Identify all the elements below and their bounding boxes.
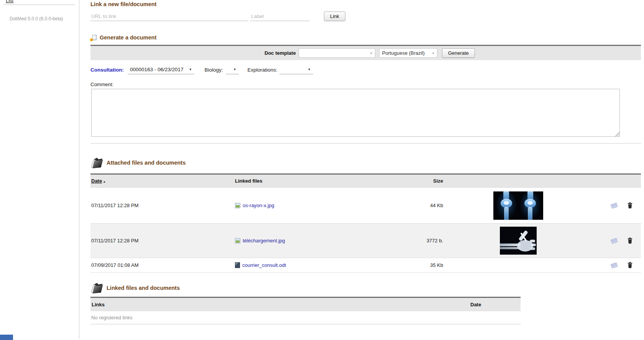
comment-textarea[interactable] (91, 89, 620, 137)
file-link[interactable]: courrier_consult.odt (242, 262, 286, 268)
link-file-section-title: Link a new file/document (90, 1, 641, 8)
app-version-label: DoliMed 5.0.0 (6.0.0-beta) (10, 16, 63, 21)
generate-document-section-title: Generate a document (100, 34, 156, 41)
link-file-form: Link (90, 11, 641, 21)
generate-document-toolbar: Doc template ▾ Portuguese (Brazil) ▾ Gen… (90, 45, 641, 60)
explorations-label: Explorations: (248, 67, 278, 73)
file-date: 07/11/2017 12:28 PM (90, 238, 234, 244)
sort-by-date-link[interactable]: Date (91, 178, 102, 184)
biology-select[interactable]: ▼ (226, 65, 239, 74)
file-link[interactable]: os-rayon-x.jpg (243, 203, 274, 208)
main-content: Link a new file/document Link ✱ Generate… (90, 0, 641, 324)
delete-file-icon[interactable] (628, 262, 632, 268)
resize-grip[interactable] (615, 132, 619, 136)
linked-files-table-header: Links Date (90, 297, 521, 311)
file-date: 07/09/2017 01:08 AM (90, 262, 234, 268)
share-document-icon[interactable] (611, 237, 618, 244)
explorations-select[interactable]: ▼ (279, 65, 313, 74)
size-column-header: Size (388, 178, 443, 184)
chevron-down-icon: ▼ (233, 68, 237, 71)
file-date: 07/11/2017 12:28 PM (90, 203, 234, 208)
knee-xray-thumbnail[interactable] (493, 191, 543, 220)
section-divider (90, 143, 641, 144)
doc-template-label: Doc template (264, 50, 296, 56)
generate-document-icon: ✱ (90, 35, 97, 41)
delete-file-icon[interactable] (628, 237, 632, 244)
linked-files-column-header: Linked files (234, 178, 388, 184)
share-document-icon[interactable] (611, 202, 618, 209)
folder-icon (90, 157, 104, 169)
share-document-icon[interactable] (611, 262, 618, 268)
table-row: 07/11/2017 12:28 PM os-rayon-x.jpg 44 Kb (90, 188, 641, 224)
chevron-down-icon: ▼ (308, 68, 311, 71)
links-column-header: Links (90, 302, 469, 307)
consultation-row: Consultation: 00000163 - 06/23/2017 ▼ Bi… (90, 65, 641, 74)
consultation-label: Consultation: (90, 67, 124, 73)
attached-files-section-title: Attached files and documents (107, 160, 186, 166)
consultation-select[interactable]: 00000163 - 06/23/2017 ▼ (128, 65, 194, 74)
chevron-down-icon: ▼ (189, 68, 192, 71)
image-file-icon (235, 238, 240, 244)
file-size: 35 Kb (388, 262, 443, 268)
attached-files-table-header: Date▲ Linked files Size (90, 173, 641, 188)
sort-asc-icon: ▲ (103, 180, 106, 183)
doc-template-select[interactable]: ▾ (299, 48, 375, 58)
table-row: 07/09/2017 01:08 AM courrier_consult.odt… (90, 258, 641, 273)
link-label-input[interactable] (250, 11, 310, 21)
comment-label: Comment: (90, 82, 641, 87)
biology-label: Biology: (205, 67, 223, 73)
no-registered-links-message: No registered links (90, 311, 521, 324)
chevron-down-icon: ▾ (370, 51, 372, 55)
left-sidebar: List DoliMed 5.0.0 (6.0.0-beta) (0, 0, 79, 339)
hand-xray-thumbnail[interactable] (500, 227, 537, 255)
chevron-down-icon: ▾ (432, 51, 434, 55)
linked-files-section-title: Linked files and documents (107, 285, 180, 291)
date-column-header: Date (469, 302, 521, 307)
file-size: 3772 b. (388, 238, 443, 244)
generate-button[interactable]: Generate (442, 48, 475, 58)
language-select[interactable]: Portuguese (Brazil) ▾ (379, 48, 437, 58)
file-link[interactable]: téléchargement.jpg (243, 238, 285, 244)
folder-icon (90, 282, 104, 294)
link-button[interactable]: Link (324, 11, 345, 21)
blue-corner-chip (0, 335, 13, 340)
url-to-link-input[interactable] (90, 11, 248, 21)
table-row: 07/11/2017 12:28 PM téléchargement.jpg 3… (90, 224, 641, 258)
sidebar-item-list[interactable]: List (6, 0, 13, 3)
odt-file-icon (235, 262, 240, 268)
image-file-icon (235, 203, 240, 208)
file-size: 44 Kb (388, 203, 443, 208)
sidebar-divider (3, 5, 75, 5)
delete-file-icon[interactable] (628, 202, 632, 209)
